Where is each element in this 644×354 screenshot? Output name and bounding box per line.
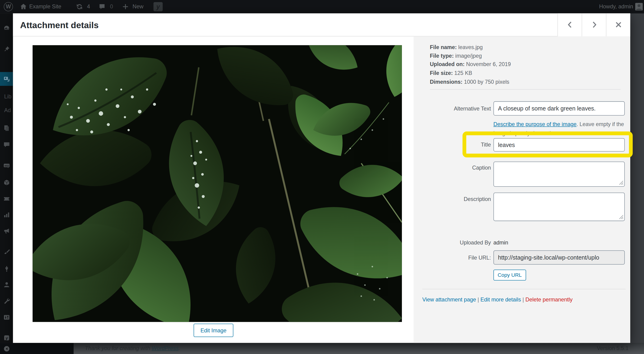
- title-label: Title: [422, 142, 491, 148]
- dashboard-icon[interactable]: [3, 25, 10, 31]
- describe-purpose-link[interactable]: Describe the purpose of the image: [494, 121, 577, 127]
- description-textarea[interactable]: [494, 193, 625, 221]
- file-type-row: File type: image/jpeg: [430, 52, 511, 61]
- uploaded-on-label: Uploaded on:: [430, 61, 464, 67]
- updates-icon[interactable]: [76, 3, 83, 10]
- wordpress-admin-screen: W Example Site 4 0 New y Howdy, admin Li…: [0, 0, 644, 354]
- edit-more-details-link[interactable]: Edit more details: [480, 297, 521, 303]
- plus-icon[interactable]: [122, 3, 129, 10]
- avatar[interactable]: [635, 3, 642, 11]
- description-field-wrap: [494, 193, 625, 221]
- close-icon: [614, 20, 624, 30]
- marketing-megaphone-icon[interactable]: [3, 228, 10, 234]
- file-url-input[interactable]: [494, 251, 625, 265]
- appearance-brush-icon[interactable]: [3, 249, 10, 255]
- yoast-seo-icon[interactable]: y: [154, 2, 163, 12]
- edit-image-button[interactable]: Edit Image: [194, 324, 233, 337]
- plugins-icon[interactable]: [3, 265, 10, 272]
- file-size-row: File size: 125 KB: [430, 69, 511, 78]
- alt-text-input[interactable]: [494, 101, 625, 116]
- footer-thanks-text: Thank you for creating with WordPress.: [85, 343, 180, 354]
- uploaded-by-label: Uploaded By: [422, 240, 491, 246]
- footer-thanks-prefix: Thank you for creating with: [85, 345, 152, 351]
- attachment-info: File name: leaves.jpg File type: image/j…: [430, 43, 511, 86]
- footer-thanks-suffix: .: [179, 345, 180, 351]
- delete-permanently-link[interactable]: Delete permanently: [526, 297, 573, 303]
- comments-icon[interactable]: [99, 3, 106, 10]
- attachment-details-modal: Attachment details: [13, 14, 630, 343]
- new-menu-item[interactable]: New: [133, 0, 144, 14]
- chevron-left-icon: [565, 20, 575, 30]
- svg-text:y: y: [5, 336, 8, 340]
- admin-sidebar: Lib Ad Woo y: [0, 14, 13, 343]
- leaves-photo: [32, 45, 402, 322]
- woocommerce-icon[interactable]: Woo: [3, 162, 10, 169]
- separator: |: [478, 297, 479, 303]
- tools-wrench-icon[interactable]: [3, 298, 10, 304]
- file-size-label: File size:: [430, 70, 453, 76]
- file-type-label: File type:: [430, 53, 454, 59]
- uploaded-by-value: admin: [494, 240, 625, 246]
- modal-title: Attachment details: [20, 14, 98, 37]
- modal-header: Attachment details: [13, 14, 630, 37]
- divider: [430, 89, 620, 90]
- file-url-label: File URL:: [422, 255, 491, 261]
- alt-text-help: Describe the purpose of the image. Leave…: [494, 120, 628, 138]
- attachment-preview-image: [32, 45, 402, 322]
- title-input[interactable]: [494, 138, 625, 152]
- media-icon[interactable]: [3, 76, 10, 83]
- next-attachment-button[interactable]: [582, 14, 606, 37]
- howdy-account-link[interactable]: Howdy, admin: [599, 0, 633, 14]
- collapse-menu-icon[interactable]: [3, 345, 10, 352]
- comments-bubble-icon[interactable]: [3, 141, 10, 148]
- sidebar-footer-continuation: [0, 343, 74, 354]
- view-attachment-page-link[interactable]: View attachment page: [422, 297, 476, 303]
- yoast-seo-sidebar-icon[interactable]: y: [3, 335, 10, 342]
- chevron-right-icon: [590, 20, 600, 30]
- caption-field-wrap: [494, 162, 625, 187]
- updates-count[interactable]: 4: [87, 0, 90, 14]
- attachment-actions: View attachment page | Edit more details…: [422, 297, 573, 303]
- caption-textarea[interactable]: [494, 162, 625, 187]
- separator: |: [522, 297, 524, 303]
- settings-sliders-icon[interactable]: [3, 314, 10, 321]
- home-icon[interactable]: [20, 3, 27, 10]
- caption-label: Caption: [422, 165, 491, 171]
- uploaded-on-value: November 6, 2019: [466, 61, 511, 67]
- file-name-label: File name:: [430, 44, 457, 50]
- page-footer: Thank you for creating with WordPress. V…: [0, 343, 644, 354]
- previous-attachment-button[interactable]: [558, 14, 582, 37]
- dimensions-row: Dimensions: 1000 by 750 pixels: [430, 78, 511, 86]
- wordpress-link[interactable]: WordPress: [152, 345, 179, 351]
- file-url-field-wrap: [494, 251, 625, 265]
- analytics-chart-icon[interactable]: [3, 211, 10, 218]
- footer-version-text: Version 5.5.1: [597, 343, 629, 354]
- products-box-icon[interactable]: [3, 179, 10, 186]
- file-type-value: image/jpeg: [455, 53, 482, 59]
- dimensions-value: 1000 by 750 pixels: [464, 79, 509, 85]
- file-name-value: leaves.jpg: [458, 44, 482, 50]
- title-field-wrap: [494, 138, 625, 152]
- uploaded-on-row: Uploaded on: November 6, 2019: [430, 61, 511, 69]
- file-size-value: 125 KB: [454, 70, 472, 76]
- pages-icon[interactable]: [3, 125, 10, 131]
- wordpress-logo-icon[interactable]: W: [4, 2, 13, 12]
- admin-bar: W Example Site 4 0 New y Howdy, admin: [0, 0, 644, 14]
- ticket-icon[interactable]: [3, 196, 10, 202]
- site-name-link[interactable]: Example Site: [29, 0, 61, 14]
- copy-url-button[interactable]: Copy URL: [494, 270, 526, 281]
- alt-text-label: Alternative Text: [422, 106, 491, 112]
- alt-text-field-wrap: [494, 101, 625, 116]
- description-label: Description: [422, 196, 491, 202]
- dimensions-label: Dimensions:: [430, 79, 462, 85]
- users-icon[interactable]: [3, 281, 10, 288]
- divider: [422, 289, 626, 289]
- attachment-details-panel: File name: leaves.jpg File type: image/j…: [414, 37, 630, 343]
- close-modal-button[interactable]: [606, 14, 630, 37]
- comments-count[interactable]: 0: [110, 0, 113, 14]
- svg-text:Woo: Woo: [4, 165, 9, 167]
- file-name-row: File name: leaves.jpg: [430, 43, 511, 52]
- posts-pin-icon[interactable]: [3, 46, 10, 52]
